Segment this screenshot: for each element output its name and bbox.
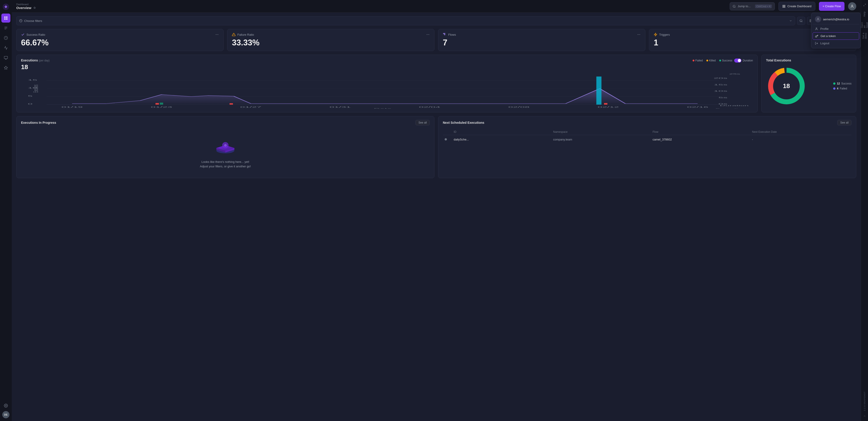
row-status [445,138,452,140]
filter-bar[interactable]: Choose filters [16,16,795,25]
dropdown-profile[interactable]: Profile [813,25,859,32]
executions-title: Executions [21,59,38,62]
profile-icon [815,27,818,31]
stat-menu-icon-3[interactable] [637,33,641,36]
svg-text:⚙: ⚙ [224,143,227,147]
table-row[interactable]: dailySche... company.team camel_378602 - [443,136,851,143]
success-legend-dot [833,83,835,85]
svg-text:01/27: 01/27 [240,106,261,108]
sidebar-bottom: DE [1,401,10,418]
search-icon [733,5,736,8]
dropdown-get-token[interactable]: Get a token [813,32,859,40]
svg-text:01/23: 01/23 [151,106,172,108]
donut-chart: 18 [766,66,807,106]
create-flow-button[interactable]: + Create Flow [819,2,844,11]
svg-rect-15 [784,6,785,7]
executions-see-all-button[interactable]: See all [415,120,430,125]
svg-rect-71 [156,103,159,104]
row-namespace: company.team [553,138,651,141]
svg-text:5s: 5s [718,96,727,98]
svg-point-85 [816,28,817,29]
app-logo[interactable] [2,3,10,11]
stat-menu-icon-2[interactable] [426,33,430,36]
right-panel-help[interactable]: Help [862,11,868,17]
right-panel-expand[interactable] [862,2,868,8]
svg-text:01/19: 01/19 [61,106,83,108]
executions-value: 18 [21,63,753,71]
svg-text:5: 5 [28,95,33,97]
create-dashboard-button[interactable]: Create Dashboard [778,2,815,11]
empty-message: Looks like there's nothing here... yet! … [200,160,251,169]
right-panel-get-demo[interactable]: Get a demo [862,33,868,39]
donut-legend-success: 12 Success [833,82,851,85]
dropdown-logout[interactable]: Logout [813,40,859,47]
right-panel-bottom-icon[interactable] [862,413,868,419]
col-next-exec: Next Execution Date [752,130,850,133]
svg-text:25s: 25s [729,73,740,75]
total-executions-title: Total Executions [766,59,851,62]
content-area: Choose filters [12,13,861,421]
right-panel: Help Open an Issue Get a demo 2.2.0-SNAP… [861,0,868,421]
filter-placeholder: Choose filters [24,19,787,23]
svg-rect-36 [444,34,445,35]
executions-svg: 0 5 10 15 0s 5s 10s 15s 20s 25s Duration [21,72,753,109]
sidebar-item-dashboard[interactable] [1,13,10,23]
bottom-row: Executions In Progress See all [16,116,856,179]
chart-legend: Failed Killed Success [692,59,732,62]
flows-value: 7 [443,38,641,47]
svg-point-10 [5,405,6,406]
row-next-exec-date: - [752,138,850,141]
search-bar[interactable]: Jump to... Ctrl/Cmd + K [730,2,775,10]
user-avatar-sidebar[interactable]: DE [2,411,9,418]
breadcrumb: Dashboard Overview ☆ [16,3,36,10]
sidebar-item-plugins[interactable] [1,63,10,72]
executions-in-progress-title: Executions In Progress [21,121,56,125]
duration-toggle[interactable]: Duration [734,59,753,63]
favorite-icon[interactable]: ☆ [33,6,36,9]
bolt-icon [654,33,657,36]
svg-line-82 [865,4,866,5]
logout-icon [815,42,818,45]
svg-text:15s: 15s [714,83,727,86]
chevron-down-icon [789,19,792,22]
legend-killed: Killed [706,59,716,62]
svg-point-1 [5,6,6,7]
donut-container: 18 12 Success 4 Failed [766,66,851,106]
failure-ratio-label: Failure Ratio [237,33,254,36]
charts-row: Executions (per day) Failed Killed [16,55,856,112]
row-id: dailySche... [454,138,551,141]
get-token-label: Get a token [820,34,836,38]
sidebar-item-executions[interactable] [1,33,10,42]
svg-marker-40 [654,33,657,36]
svg-point-18 [800,20,802,22]
right-panel-open-issue[interactable]: Open an Issue [862,22,868,28]
stat-card-failure-ratio: Failure Ratio 33.33% [227,29,434,51]
killed-dot [706,60,708,61]
dashboard-icon [782,5,785,8]
stat-card-success-ratio: Success Ratio 66.67% [16,29,223,51]
svg-text:02/12: 02/12 [598,106,619,108]
search-filter-button[interactable] [797,17,805,25]
sidebar-item-settings[interactable] [1,401,10,410]
toggle-switch[interactable] [734,59,741,63]
svg-rect-14 [783,6,784,7]
svg-text:Executions: Executions [32,85,39,92]
sidebar-item-flows[interactable] [1,24,10,33]
user-icon [850,4,854,8]
executions-subtitle: (per day) [39,59,50,62]
next-scheduled-see-all-button[interactable]: See all [837,120,851,125]
stat-menu-icon[interactable] [215,33,219,36]
sidebar-item-apps[interactable] [1,53,10,62]
next-scheduled-title: Next Scheduled Executions [443,121,485,125]
main-area: Dashboard Overview ☆ Jump to... Ctrl/Cmd… [12,0,861,421]
user-menu-button[interactable] [848,2,856,10]
line-chart: 0 5 10 15 0s 5s 10s 15s 20s 25s Duration [21,72,753,109]
svg-point-31 [428,34,428,35]
next-scheduled-card: Next Scheduled Executions See all ID Nam… [438,116,856,179]
svg-rect-72 [229,103,233,104]
dropdown-user-email: aemerich@kestra.io [823,18,849,21]
sidebar-item-triggers[interactable] [1,43,10,53]
help-label: Help [863,11,866,17]
svg-rect-3 [6,17,7,18]
svg-text:02/16: 02/16 [687,106,708,108]
